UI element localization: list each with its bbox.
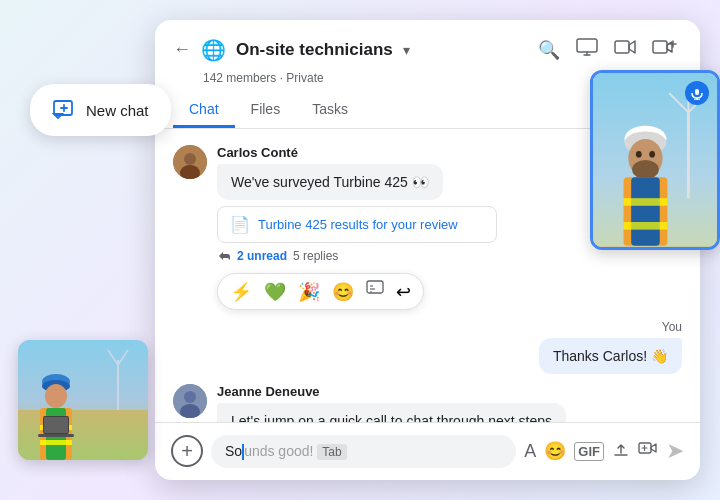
doc-title: Turbine 425 results for your review	[258, 217, 458, 232]
unread-badge: 2 unread	[237, 249, 287, 263]
svg-point-30	[636, 151, 642, 158]
avatar-carlos	[173, 145, 207, 179]
back-button[interactable]: ←	[173, 39, 191, 60]
svg-rect-33	[631, 177, 660, 246]
add-video-icon[interactable]	[648, 34, 682, 65]
you-message-wrapper: You Thanks Carlos! 👋	[173, 320, 682, 374]
input-icons: A 😊 GIF	[524, 440, 658, 463]
input-suggestion: unds good!	[244, 443, 313, 459]
svg-rect-50	[40, 440, 72, 445]
message-text-carlos: We've surveyed Turbine 425 👀	[217, 164, 443, 200]
message-row-jeanne: Jeanne Deneuve Let's jump on a quick cal…	[173, 384, 682, 422]
video-call-icon[interactable]	[610, 34, 640, 65]
header-actions: 🔍	[534, 34, 682, 65]
replies-row: 2 unread 5 replies	[217, 249, 682, 263]
reaction-smile[interactable]: 😊	[332, 281, 354, 303]
tab-files[interactable]: Files	[235, 93, 297, 128]
svg-rect-40	[18, 410, 148, 460]
svg-rect-52	[44, 417, 68, 433]
video-add-icon[interactable]	[638, 441, 658, 462]
reply-icon	[217, 250, 231, 262]
svg-rect-3	[577, 39, 597, 52]
svg-rect-11	[367, 281, 383, 293]
svg-point-9	[184, 153, 196, 165]
reaction-lightning[interactable]: ⚡	[230, 281, 252, 303]
channel-name: On-site technicians	[236, 40, 393, 60]
input-value: So	[225, 443, 242, 459]
tab-hint: Tab	[317, 444, 346, 460]
input-box[interactable]: Sounds good! Tab	[211, 435, 516, 468]
emoji-input-icon[interactable]: 😊	[544, 440, 566, 462]
new-chat-label: New chat	[86, 102, 149, 119]
globe-icon: 🌐	[201, 38, 226, 62]
message-text-jeanne: Let's jump on a quick call to chat throu…	[217, 403, 566, 422]
input-text: Sounds good! Tab	[225, 443, 502, 460]
sender-name-jeanne: Jeanne Deneuve	[217, 384, 682, 399]
upload-icon[interactable]	[612, 440, 630, 463]
svg-rect-34	[624, 198, 668, 206]
input-area: + Sounds good! Tab A 😊 GIF	[155, 422, 700, 480]
add-button[interactable]: +	[171, 435, 203, 467]
doc-icon: 📄	[230, 215, 250, 234]
video-card	[590, 70, 720, 250]
new-chat-icon	[52, 98, 76, 122]
reaction-celebrate[interactable]: 🎉	[298, 281, 320, 303]
chevron-down-icon[interactable]: ▾	[403, 42, 410, 58]
emoji-picker-icon[interactable]	[366, 280, 384, 303]
gif-icon[interactable]: GIF	[574, 442, 604, 461]
you-bubble: Thanks Carlos! 👋	[539, 338, 682, 374]
screen-share-icon[interactable]	[572, 34, 602, 65]
you-label: You	[662, 320, 682, 334]
doc-card[interactable]: 📄 Turbine 425 results for your review	[217, 206, 497, 243]
send-button[interactable]: ➤	[666, 438, 684, 464]
video-bg	[593, 73, 717, 247]
svg-point-31	[649, 151, 655, 158]
text-format-icon[interactable]: A	[524, 441, 536, 462]
svg-rect-35	[624, 222, 668, 230]
photo-scene	[18, 340, 148, 460]
svg-point-16	[184, 391, 196, 403]
message-content-jeanne: Jeanne Deneuve Let's jump on a quick cal…	[217, 384, 682, 422]
replies-count: 5 replies	[293, 249, 338, 263]
sound-waves-icon	[685, 81, 709, 105]
avatar-jeanne	[173, 384, 207, 418]
svg-rect-36	[695, 89, 699, 95]
photo-bg	[18, 340, 148, 460]
svg-rect-4	[615, 41, 629, 53]
search-icon[interactable]: 🔍	[534, 35, 564, 65]
reaction-toolbar: ⚡ 💚 🎉 😊 ↩	[217, 273, 424, 310]
svg-rect-5	[653, 41, 667, 53]
svg-rect-53	[38, 434, 74, 437]
svg-point-29	[632, 160, 659, 179]
photo-card	[18, 340, 148, 460]
reaction-reply[interactable]: ↩	[396, 281, 411, 303]
reaction-heart[interactable]: 💚	[264, 281, 286, 303]
tab-chat[interactable]: Chat	[173, 93, 235, 128]
svg-point-46	[45, 384, 67, 408]
new-chat-button[interactable]: New chat	[30, 84, 171, 136]
tab-tasks[interactable]: Tasks	[296, 93, 364, 128]
